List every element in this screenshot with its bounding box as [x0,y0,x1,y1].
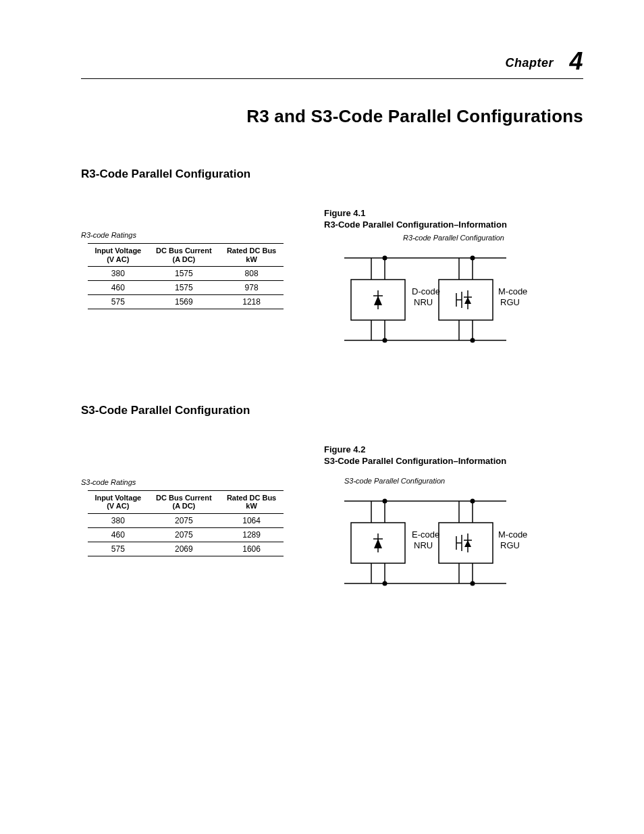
svg-rect-37 [439,523,493,563]
col-header: Rated DC BuskW [219,244,284,267]
svg-point-57 [471,581,475,585]
svg-rect-8 [439,280,493,320]
col-header: Rated DC BuskW [219,490,284,513]
configuration-diagram-icon: D-code NRU M-code RGU [324,246,583,357]
svg-text:NRU: NRU [414,297,433,307]
table-row: 46020751289 [88,528,284,542]
figure-subtitle: S3-code Parallel Configuration [344,477,583,485]
table-row: 38020751064 [88,514,284,528]
table-caption: R3-code Ratings [81,231,284,239]
col-header: DC Bus Current(A DC) [149,244,220,267]
ratings-table: Input Voltage(V AC) DC Bus Current(A DC)… [88,490,284,556]
svg-point-56 [383,581,387,585]
svg-text:E-code: E-code [412,529,439,540]
svg-text:RGU: RGU [500,297,520,307]
svg-text:M-code: M-code [498,286,527,296]
svg-point-27 [383,338,387,342]
col-header: Input Voltage(V AC) [88,490,149,513]
svg-text:M-code: M-code [498,529,527,540]
chapter-label: Chapter [505,56,554,70]
figure-subtitle: R3-code Parallel Configuration [324,234,583,242]
page-title: R3 and S3-Code Parallel Configurations [81,106,583,127]
svg-text:RGU: RGU [500,540,520,550]
configuration-diagram-icon: E-code NRU M-code RGU [324,489,583,600]
table-row: 57515691218 [88,295,284,309]
table-caption: S3-code Ratings [81,478,284,486]
table-row: 57520691606 [88,542,284,556]
col-header: DC Bus Current(A DC) [149,490,220,513]
figure-number: Figure 4.1 [324,208,583,219]
table-row: 3801575808 [88,267,284,281]
section-heading: R3-Code Parallel Configuration [81,167,583,181]
ratings-table: Input Voltage(V AC) DC Bus Current(A DC)… [88,243,284,309]
chapter-header: Chapter 4 [81,47,583,79]
chapter-number: 4 [557,47,583,75]
svg-text:D-code: D-code [412,286,440,296]
section-heading: S3-Code Parallel Configuration [81,404,583,417]
svg-text:NRU: NRU [414,540,433,550]
figure-title: R3-Code Parallel Configuration–Informati… [324,219,583,231]
col-header: Input Voltage(V AC) [88,244,149,267]
figure-number: Figure 4.2 [324,444,583,456]
svg-point-28 [471,338,475,342]
table-row: 4601575978 [88,281,284,295]
figure-title: S3-Code Parallel Configuration–Informati… [324,456,583,467]
